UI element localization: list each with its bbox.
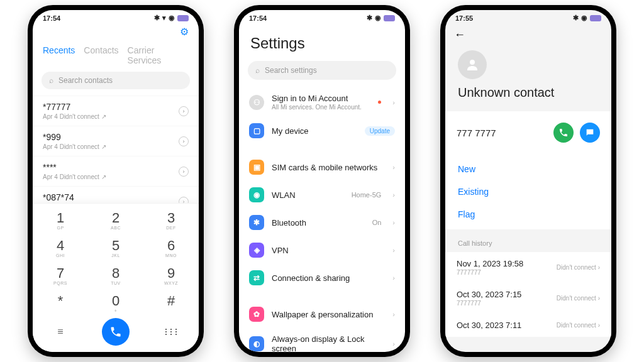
wifi-icon: ◉ bbox=[581, 14, 587, 22]
settings-mydevice[interactable]: ▢ My device Update bbox=[239, 117, 405, 145]
share-icon: ⇄ bbox=[249, 270, 264, 285]
status-bar: 17:54 ✱◉ bbox=[239, 10, 405, 23]
key-7[interactable]: 7PQRS bbox=[33, 261, 88, 289]
page-title: Settings bbox=[239, 23, 405, 58]
chevron-right-icon: › bbox=[598, 295, 600, 302]
phone-contact-detail: 17:55 ✱◉ ← Unknown contact 777 7777 New … bbox=[440, 5, 616, 357]
chevron-right-icon: › bbox=[598, 264, 600, 271]
battery-icon bbox=[177, 15, 189, 21]
chevron-right-icon: › bbox=[392, 99, 395, 106]
dialpad: 1GP 2ABC 3DEF 4GHI 5JKL 6MNO 7PQRS 8TUV … bbox=[33, 203, 199, 352]
call-row[interactable]: *999Apr 4 Didn't connect↗ › bbox=[33, 126, 199, 156]
chevron-right-icon: › bbox=[392, 274, 395, 282]
search-icon: ⌕ bbox=[49, 76, 53, 85]
chevron-right-icon: › bbox=[392, 163, 395, 171]
battery-icon bbox=[590, 15, 601, 21]
status-bar: 17:54 ✱▾◉ bbox=[33, 10, 199, 23]
chevron-right-icon[interactable]: › bbox=[179, 136, 189, 146]
key-1[interactable]: 1GP bbox=[33, 206, 88, 234]
chevron-right-icon: › bbox=[392, 310, 395, 318]
message-button[interactable] bbox=[580, 123, 600, 143]
status-time: 17:54 bbox=[43, 14, 60, 22]
key-3[interactable]: 3DEF bbox=[143, 206, 199, 234]
alert-dot-icon bbox=[378, 101, 381, 104]
call-row[interactable]: *77777Apr 4 Didn't connect↗ › bbox=[33, 96, 199, 126]
key-6[interactable]: 6MNO bbox=[143, 234, 199, 261]
history-row[interactable]: Oct 30, 2023 7:11 Didn't connect › bbox=[445, 314, 611, 337]
chevron-right-icon: › bbox=[392, 340, 395, 348]
chevron-right-icon[interactable]: › bbox=[179, 167, 189, 177]
vpn-icon: ◈ bbox=[249, 243, 264, 258]
search-input[interactable]: ⌕Search settings bbox=[248, 61, 396, 80]
outgoing-icon: ↗ bbox=[101, 113, 106, 120]
phone-settings: 17:54 ✱◉ Settings ⌕Search settings ⚇ Sig… bbox=[234, 5, 410, 357]
back-icon[interactable]: ← bbox=[454, 28, 465, 41]
settings-wallpaper[interactable]: ✿Wallpaper & personalization› bbox=[239, 300, 405, 328]
chevron-right-icon: › bbox=[392, 219, 395, 226]
settings-account[interactable]: ⚇ Sign in to Mi Account All Mi services.… bbox=[239, 87, 405, 117]
lock-icon: ◐ bbox=[249, 336, 264, 351]
phone-number: 777 7777 bbox=[457, 128, 547, 138]
status-time: 17:54 bbox=[249, 14, 267, 22]
tab-recents[interactable]: Recents bbox=[43, 45, 75, 65]
action-existing[interactable]: Existing bbox=[445, 180, 611, 203]
chevron-right-icon[interactable]: › bbox=[179, 106, 189, 116]
key-4[interactable]: 4GHI bbox=[33, 234, 88, 261]
settings-aod[interactable]: ◐Always-on display & Lock screen› bbox=[239, 328, 405, 352]
bluetooth-icon: ✱ bbox=[249, 215, 264, 230]
bluetooth-icon: ✱ bbox=[367, 14, 372, 22]
outgoing-icon: ↗ bbox=[101, 173, 106, 180]
key-hash[interactable]: # bbox=[143, 289, 199, 317]
action-new[interactable]: New bbox=[445, 158, 611, 180]
wifi-icon: ◉ bbox=[375, 14, 381, 22]
device-icon: ▢ bbox=[249, 123, 264, 138]
search-input[interactable]: ⌕ Search contacts bbox=[42, 72, 190, 89]
settings-wlan[interactable]: ◉WLANHome-5G› bbox=[239, 181, 405, 209]
key-star[interactable]: * bbox=[33, 289, 88, 317]
history-row[interactable]: Nov 1, 2023 19:587777777 Didn't connect … bbox=[445, 252, 611, 283]
key-5[interactable]: 5JKL bbox=[88, 234, 143, 261]
settings-sim[interactable]: ▣SIM cards & mobile networks› bbox=[239, 153, 405, 181]
key-8[interactable]: 8TUV bbox=[88, 261, 143, 289]
wifi-icon: ◉ bbox=[169, 14, 175, 22]
section-header: Call history bbox=[445, 229, 611, 252]
signal-icon: ▾ bbox=[162, 14, 166, 22]
wallpaper-icon: ✿ bbox=[249, 307, 264, 322]
call-button[interactable] bbox=[102, 318, 130, 346]
menu-icon[interactable]: ≡ bbox=[33, 326, 88, 337]
status-time: 17:55 bbox=[455, 14, 473, 22]
bluetooth-icon: ✱ bbox=[154, 14, 160, 22]
call-row[interactable]: ****Apr 4 Didn't connect↗ › bbox=[33, 156, 199, 186]
phone-number-row: 777 7777 bbox=[445, 111, 611, 154]
tab-contacts[interactable]: Contacts bbox=[84, 45, 118, 65]
chevron-right-icon: › bbox=[392, 191, 395, 199]
wifi-icon: ◉ bbox=[249, 187, 264, 202]
search-placeholder: Search contacts bbox=[58, 76, 113, 85]
outgoing-icon: ↗ bbox=[101, 143, 106, 150]
settings-bluetooth[interactable]: ✱BluetoothOn› bbox=[239, 209, 405, 236]
update-badge: Update bbox=[365, 126, 395, 136]
phone-dialer: 17:54 ✱▾◉ ⚙ Recents Contacts Carrier Ser… bbox=[28, 5, 204, 357]
avatar bbox=[458, 50, 487, 79]
tab-carrier[interactable]: Carrier Services bbox=[128, 45, 189, 65]
search-icon: ⌕ bbox=[255, 66, 260, 75]
sim-icon: ▣ bbox=[249, 160, 264, 175]
settings-vpn[interactable]: ◈VPN› bbox=[239, 236, 405, 264]
bluetooth-icon: ✱ bbox=[573, 14, 579, 22]
key-0[interactable]: 0+ bbox=[88, 289, 143, 317]
action-flag[interactable]: Flag bbox=[445, 203, 611, 226]
status-bar: 17:55 ✱◉ bbox=[445, 10, 611, 23]
dialer-tabs: Recents Contacts Carrier Services bbox=[33, 43, 199, 72]
chevron-right-icon: › bbox=[598, 322, 600, 329]
battery-icon bbox=[384, 15, 395, 21]
key-2[interactable]: 2ABC bbox=[88, 206, 143, 234]
gear-icon[interactable]: ⚙ bbox=[180, 26, 189, 38]
call-button[interactable] bbox=[553, 123, 574, 143]
key-9[interactable]: 9WXYZ bbox=[143, 261, 199, 289]
contact-name: Unknown contact bbox=[458, 85, 599, 100]
person-icon: ⚇ bbox=[249, 95, 264, 110]
settings-connection[interactable]: ⇄Connection & sharing› bbox=[239, 264, 405, 292]
dialpad-grid-icon[interactable]: ⫶⫶⫶ bbox=[143, 326, 199, 337]
svg-point-0 bbox=[470, 60, 475, 65]
history-row[interactable]: Oct 30, 2023 7:157777777 Didn't connect … bbox=[445, 283, 611, 314]
